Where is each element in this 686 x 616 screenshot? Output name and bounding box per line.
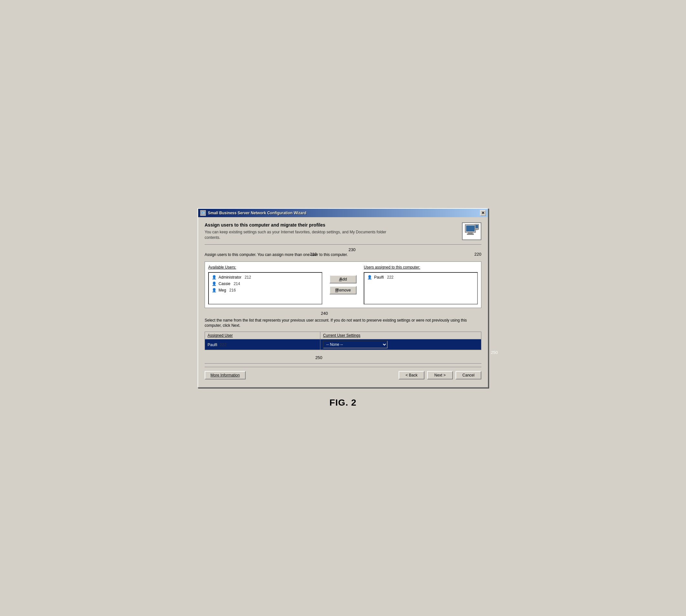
annotation-240: 240 xyxy=(321,311,328,316)
user-item-cassie[interactable]: 👤 Cassie 214 xyxy=(210,281,320,287)
profile-description: Select the name from the list that repre… xyxy=(205,318,481,329)
page-wrapper: Small Business Server Network Configurat… xyxy=(197,208,489,408)
annotation-250-label: 250 xyxy=(205,355,481,360)
annotation-212: 212 xyxy=(245,275,251,280)
annotation-214: 214 xyxy=(234,282,240,286)
svg-rect-5 xyxy=(466,226,475,232)
svg-rect-2 xyxy=(203,212,204,213)
profile-section: Select the name from the list that repre… xyxy=(205,318,481,350)
user-icon-paulfi: 👤 xyxy=(367,275,372,280)
more-information-button[interactable]: More Information xyxy=(205,371,246,379)
svg-rect-1 xyxy=(202,212,203,214)
page-description: You can keep existing settings such as y… xyxy=(205,229,399,240)
user-item-meg[interactable]: 👤 Meg 216 xyxy=(210,287,320,293)
title-bar-left: Small Business Server Network Configurat… xyxy=(200,210,306,216)
annotation-250b: 250 xyxy=(315,355,322,360)
assigned-users-container: Users assigned to this computer: 👤 Paulf… xyxy=(364,265,478,304)
window-title: Small Business Server Network Configurat… xyxy=(208,211,306,215)
remove-button[interactable]: RRemove xyxy=(329,286,357,294)
window-content: Assign users to this computer and migrat… xyxy=(198,217,488,387)
close-button[interactable]: ✕ xyxy=(480,210,486,216)
svg-rect-6 xyxy=(468,233,472,234)
annotation-216: 216 xyxy=(229,288,236,292)
svg-rect-10 xyxy=(476,229,478,230)
user-name-paulfi: Paulfi xyxy=(374,275,384,280)
add-button[interactable]: AAdd xyxy=(329,275,357,283)
svg-rect-3 xyxy=(203,213,204,214)
user-icon-administrator: 👤 xyxy=(211,275,217,280)
users-outer: 210 230 220 Available Users: xyxy=(205,261,481,308)
annotation-220: 220 xyxy=(474,252,481,257)
user-item-administrator[interactable]: 👤 Administrator 212 xyxy=(210,274,320,281)
cancel-button[interactable]: Cancel xyxy=(455,371,481,379)
user-icon-cassie: 👤 xyxy=(211,281,217,286)
annotation-230: 230 xyxy=(348,247,356,252)
user-name-meg: Meg xyxy=(218,288,226,292)
annotation-222a: 222 xyxy=(387,275,393,280)
footer-section: More Information < Back Next > Cancel xyxy=(205,367,481,379)
available-users-container: Available Users: 👤 Administrator 212 👤 xyxy=(208,265,322,304)
separator xyxy=(205,363,481,364)
profile-table: Assigned User Current User Settings Paul… xyxy=(205,332,481,350)
more-info-label: More Information xyxy=(211,373,240,377)
annotation-222b: 222 xyxy=(219,342,227,347)
header-text: Assign users to this computer and migrat… xyxy=(205,222,399,240)
users-section: Available Users: 👤 Administrator 212 👤 xyxy=(205,261,481,308)
body-content: Assign users to this computer. You can a… xyxy=(205,250,481,382)
wizard-window: Small Business Server Network Configurat… xyxy=(197,208,489,388)
table-cell-settings: -- None -- 250 xyxy=(320,339,481,350)
col-header-current-settings: Current User Settings xyxy=(320,332,481,339)
header-section: Assign users to this computer and migrat… xyxy=(205,222,481,245)
annotation-250a: 250 xyxy=(491,350,498,355)
user-icon-meg: 👤 xyxy=(211,288,217,293)
title-bar: Small Business Server Network Configurat… xyxy=(198,209,488,217)
wizard-icon xyxy=(462,222,481,240)
table-user-name: Paulfi xyxy=(208,343,217,347)
annotation-210: 210 xyxy=(310,252,317,257)
footer-buttons-right: < Back Next > Cancel xyxy=(399,371,481,379)
assigned-users-label: Users assigned to this computer: xyxy=(364,265,420,269)
table-row[interactable]: Paulfi 222 -- None -- 250 xyxy=(205,339,481,350)
user-item-paulfi[interactable]: 👤 Paulfi 222 xyxy=(366,274,476,281)
app-icon xyxy=(200,210,206,216)
user-name-administrator: Administrator xyxy=(218,275,241,280)
assigned-users-list[interactable]: 👤 Paulfi 222 xyxy=(364,272,478,304)
user-name-cassie: Cassie xyxy=(218,282,231,286)
table-cell-user: Paulfi 222 xyxy=(205,339,320,350)
settings-dropdown[interactable]: -- None -- xyxy=(323,340,388,348)
figure-caption: FIG. 2 xyxy=(329,398,357,408)
assign-description: Assign users to this computer. You can a… xyxy=(205,252,481,257)
available-users-label: Available Users: xyxy=(208,265,236,269)
next-button[interactable]: Next > xyxy=(427,371,453,379)
page-title: Assign users to this computer and migrat… xyxy=(205,222,399,227)
svg-rect-7 xyxy=(467,234,474,235)
available-users-list[interactable]: 👤 Administrator 212 👤 Cassie 214 xyxy=(208,272,322,304)
col-header-assigned-user: Assigned User xyxy=(205,332,320,339)
settings-dropdown-cell: -- None -- 250 xyxy=(323,340,478,348)
back-button[interactable]: < Back xyxy=(399,371,425,379)
svg-rect-9 xyxy=(475,225,478,228)
table-wrapper: Assigned User Current User Settings Paul… xyxy=(205,332,481,350)
add-remove-buttons: AAdd RRemove xyxy=(326,265,360,304)
